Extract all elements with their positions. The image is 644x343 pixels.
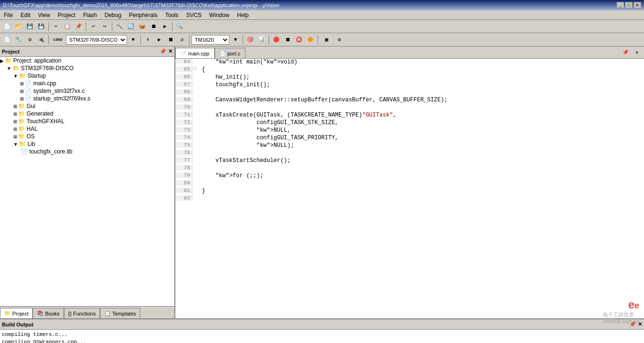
left-tab-templates[interactable]: 📋Templates xyxy=(100,308,140,318)
tree-item[interactable]: ⊞📁OS xyxy=(0,133,174,140)
tree-item[interactable]: ▼📁Startup xyxy=(0,72,174,80)
manage-btn[interactable]: 📊 xyxy=(256,35,267,45)
menu-item-project[interactable]: Project xyxy=(54,10,79,19)
tree-item[interactable]: ▼📁Lib xyxy=(0,140,174,148)
tree-item[interactable]: ⊞📄startup_stm32f769xx.s xyxy=(0,95,174,102)
menu-item-debug[interactable]: Debug xyxy=(101,10,125,19)
line-content: "kw">NULL); xyxy=(198,142,644,149)
redo-btn[interactable]: ↪ xyxy=(100,21,110,32)
menu-item-help[interactable]: Help xyxy=(233,10,253,19)
tree-item[interactable]: ⊞📁HAL xyxy=(0,125,174,133)
paste-btn[interactable]: 📌 xyxy=(73,21,84,32)
reset-btn[interactable]: ↺ xyxy=(177,35,187,45)
line-content: { xyxy=(198,66,644,73)
tree-item[interactable]: ▼📁STM32F769I-DISCO xyxy=(0,64,174,72)
device-dropdown[interactable]: ▼ xyxy=(128,35,138,45)
line-number: 76 xyxy=(175,150,192,155)
pin-icon[interactable]: 📌 xyxy=(160,48,166,54)
tb2-btn1[interactable]: 📄 xyxy=(2,35,12,45)
code-line: 78 xyxy=(175,165,644,172)
tb2-btn4[interactable]: 🔌 xyxy=(36,35,46,45)
circle-btn[interactable]: ⭕ xyxy=(294,35,304,45)
menu-item-svcs[interactable]: SVCS xyxy=(182,10,206,19)
sep3 xyxy=(112,22,112,31)
left-tab-functions[interactable]: {}Functions xyxy=(64,308,100,318)
code-line: 75 "kw">NULL); xyxy=(175,142,644,150)
cut-btn[interactable]: ✂ xyxy=(51,21,61,32)
minimize-button[interactable]: _ xyxy=(617,2,624,9)
periph-btn[interactable]: 🔴 xyxy=(271,35,281,45)
tree-item-label: Gui xyxy=(27,103,36,109)
tree-indent: ▶ xyxy=(0,57,5,64)
tree-item[interactable]: ⊞📁Generated xyxy=(0,110,174,117)
left-tab-books[interactable]: 📚Books xyxy=(33,308,64,318)
tree-item-label: TouchGFXHAL xyxy=(27,118,64,125)
tm-select[interactable]: TM1620 xyxy=(191,35,229,45)
build-pin-btn[interactable]: 📌 xyxy=(629,321,636,327)
tree-item[interactable]: ⊞📄system_stm32f7xx.c xyxy=(0,87,174,95)
target-opts-btn[interactable]: 🎯 xyxy=(245,35,255,45)
folder-icon: 📁 xyxy=(18,133,25,140)
win-sel-btn[interactable]: ▦ xyxy=(320,35,333,45)
line-content: configGUI_TASK_PRIORITY, xyxy=(198,135,644,141)
stop-btn[interactable]: ⏹ xyxy=(148,21,159,32)
debug-btn[interactable]: ▶ xyxy=(160,21,170,32)
menu-item-edit[interactable]: Edit xyxy=(17,10,34,19)
open-btn[interactable]: 📂 xyxy=(13,21,24,32)
menu-item-file[interactable]: File xyxy=(0,10,17,19)
tree-item-label: Generated xyxy=(27,110,54,117)
menu-item-tools[interactable]: Tools xyxy=(162,10,182,19)
stop2-btn[interactable]: ⏹ xyxy=(165,35,176,45)
close-button[interactable]: ✕ xyxy=(634,2,641,9)
new-file-btn[interactable]: 📄 xyxy=(2,21,12,32)
device-select[interactable]: STM32F769I-DISCO xyxy=(66,35,127,45)
left-tab-project[interactable]: 📁Project xyxy=(0,308,33,318)
code-line: 64 "kw">int main("kw">void) xyxy=(175,59,644,66)
copy-btn[interactable]: 📋 xyxy=(62,21,73,32)
code-line: 79 "kw">for (;;); xyxy=(175,172,644,180)
editor-close-btn[interactable]: ✕ xyxy=(632,47,642,57)
editor-pin-btn[interactable]: 📌 xyxy=(620,47,631,57)
build-btn[interactable]: 🔨 xyxy=(114,21,125,32)
undo-btn[interactable]: ↩ xyxy=(88,21,99,32)
close-panel-btn[interactable]: ✕ xyxy=(168,48,172,54)
stop3-btn[interactable]: ⏹ xyxy=(282,35,293,45)
tm-dropdown[interactable]: ▼ xyxy=(230,35,241,45)
tree-expand-icon: ⊞ xyxy=(13,126,17,132)
sep8 xyxy=(243,35,243,45)
build-line: compiling OSWrappers.cpp... xyxy=(2,338,642,343)
find-btn[interactable]: 🔍 xyxy=(174,21,185,32)
editor-tab-port-c[interactable]: 📄port.c xyxy=(215,48,246,58)
menu-item-window[interactable]: Window xyxy=(205,10,233,19)
toolbar2: 📄 🔧 ⚙ 🔌 LOGO STM32F769I-DISCO ▼ ⬇ ▶ ⏹ ↺ … xyxy=(0,33,644,46)
save-all-btn[interactable]: 💾 xyxy=(36,21,46,32)
tb2-btn3[interactable]: ⚙ xyxy=(25,35,35,45)
hex-btn[interactable]: 🔶 xyxy=(305,35,316,45)
tb2-logo[interactable]: LOGO xyxy=(51,35,65,45)
tree-item[interactable]: ⊞📁TouchGFXHAL xyxy=(0,117,174,125)
code-editor[interactable]: 64 "kw">int main("kw">void)65□{66 hw_ini… xyxy=(175,59,644,318)
menu-item-view[interactable]: View xyxy=(34,10,54,19)
line-number: 64 xyxy=(175,59,192,64)
editor-tabs: 📄main.cpp📄port.c 📌 ✕ xyxy=(175,46,644,59)
run-btn[interactable]: ▶ xyxy=(154,35,164,45)
gear2-btn[interactable]: ⚙ xyxy=(334,35,345,45)
rebuild-btn[interactable]: 🔄 xyxy=(126,21,136,32)
load-btn[interactable]: ⬇ xyxy=(143,35,153,45)
build-close-btn[interactable]: ✕ xyxy=(638,321,642,327)
tree-item[interactable]: ⊞📄main.cpp xyxy=(0,80,174,87)
menu-item-peripherals[interactable]: Peripherals xyxy=(125,10,162,19)
code-line: 73 "kw">NULL, xyxy=(175,127,644,135)
batch-btn[interactable]: 📦 xyxy=(137,21,147,32)
line-content: xTaskCreate(GUITask, (TASKCREATE_NAME_TY… xyxy=(198,112,644,118)
menu-item-flash[interactable]: Flash xyxy=(79,10,100,19)
build-line: compiling timers.c... xyxy=(2,331,642,338)
tree-item[interactable]: ⊞📁Gui xyxy=(0,102,174,110)
tb2-btn2[interactable]: 🔧 xyxy=(13,35,24,45)
save-btn[interactable]: 💾 xyxy=(25,21,35,32)
tree-item[interactable]: 📄touchgfx_core.lib xyxy=(0,148,174,155)
editor-tab-main-cpp[interactable]: 📄main.cpp xyxy=(175,48,215,58)
maximize-button[interactable]: □ xyxy=(625,2,633,9)
fold-marker[interactable]: □ xyxy=(192,66,198,72)
tree-item[interactable]: ▶📁Project: application xyxy=(0,57,174,64)
